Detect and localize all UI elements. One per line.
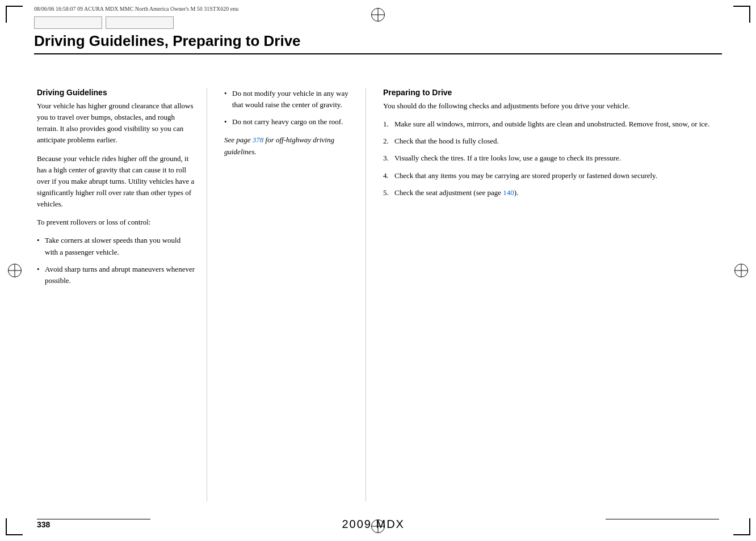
col-right: Preparing to Drive You should do the fol…	[366, 88, 719, 501]
print-info: 08/06/06 16:58:07 09 ACURA MDX MMC North…	[34, 6, 722, 12]
footer-brand: 2009 MDX	[342, 518, 405, 531]
page-title-container: Driving Guidelines, Preparing to Drive	[34, 32, 722, 54]
tab-box-right	[106, 16, 174, 29]
main-content: Driving Guidelines Your vehicle has high…	[37, 88, 719, 501]
preparing-item-3: 3. Visually check the tires. If a tire l…	[383, 153, 719, 164]
bullet-item-2: Avoid sharp turns and abrupt maneuvers w…	[37, 264, 195, 286]
page-number: 338	[37, 520, 50, 529]
tab-boxes	[34, 16, 722, 29]
col-middle: Do not modify your vehicle in any way th…	[207, 88, 366, 501]
bullet-item-1: Take corners at slower speeds than you w…	[37, 235, 195, 257]
page-378-link[interactable]: 378	[253, 136, 264, 144]
middle-bullets: Do not modify your vehicle in any way th…	[224, 88, 354, 128]
page-container: 08/06/06 16:58:07 09 ACURA MDX MMC North…	[0, 0, 756, 541]
item-text-1: Make sure all windows, mirrors, and outs…	[394, 120, 709, 128]
page-title: Driving Guidelines, Preparing to Drive	[34, 32, 722, 50]
item-num-3: 3.	[383, 153, 389, 164]
header: 08/06/06 16:58:07 09 ACURA MDX MMC North…	[34, 6, 722, 54]
item-text-3: Visually check the tires. If a tire look…	[394, 154, 621, 162]
driving-guidelines-heading: Driving Guidelines	[37, 88, 195, 97]
preparing-intro: You should do the following checks and a…	[383, 100, 719, 112]
driving-guidelines-para1: Your vehicle has higher ground clearance…	[37, 100, 195, 146]
item-num-1: 1.	[383, 119, 389, 130]
preparing-item-5: 5. Check the seat adjustment (see page 1…	[383, 187, 719, 198]
driving-guidelines-para3: To prevent rollovers or loss of control:	[37, 217, 195, 228]
driving-guidelines-bullets: Take corners at slower speeds than you w…	[37, 235, 195, 286]
preparing-item-2: 2. Check that the hood is fully closed.	[383, 136, 719, 147]
footer: 338 2009 MDX	[37, 518, 719, 531]
preparing-item-4: 4. Check that any items you may be carry…	[383, 170, 719, 181]
driving-guidelines-para2: Because your vehicle rides higher off th…	[37, 153, 195, 210]
col-left: Driving Guidelines Your vehicle has high…	[37, 88, 207, 501]
preparing-list: 1. Make sure all windows, mirrors, and o…	[383, 119, 719, 198]
tab-box-left	[34, 16, 102, 29]
item-num-5: 5.	[383, 187, 389, 198]
preparing-to-drive-heading: Preparing to Drive	[383, 88, 719, 97]
item-text-2: Check that the hood is fully closed.	[394, 137, 499, 145]
page-140-link[interactable]: 140	[503, 188, 514, 197]
preparing-item-1: 1. Make sure all windows, mirrors, and o…	[383, 119, 719, 130]
item-num-4: 4.	[383, 170, 389, 181]
middle-bullet-item-2: Do not carry heavy cargo on the roof.	[224, 116, 354, 128]
item-text-5: Check the seat adjustment (see page 140)…	[394, 188, 518, 197]
item-num-2: 2.	[383, 136, 389, 147]
middle-bullet-item-1: Do not modify your vehicle in any way th…	[224, 88, 354, 111]
see-page-note: See page 378 for off-highway driving gui…	[224, 134, 354, 157]
item-text-4: Check that any items you may be carrying…	[394, 171, 657, 180]
